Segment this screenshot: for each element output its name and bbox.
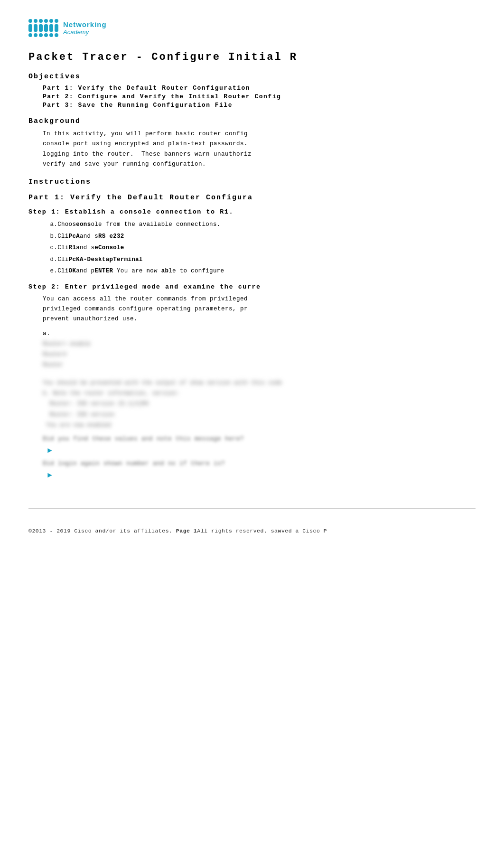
blurred-line-3: Router	[43, 360, 476, 370]
page-header: Networking Academy	[28, 19, 476, 37]
objectives-list: Part 1: Verify the Default Router Config…	[28, 84, 476, 109]
logo-dot	[44, 19, 48, 23]
blurred-line-4: You should be presented with the output …	[43, 378, 476, 388]
objective-item-2: Part 2: Configure and Verify the Initial…	[43, 93, 476, 100]
cisco-logo: Networking Academy	[28, 19, 107, 37]
step2-content: a. Router> enable Router# Router You sho…	[28, 329, 476, 480]
logo-dot	[55, 33, 58, 37]
background-text: In this activity, you will perform basic…	[28, 129, 476, 169]
step1-item-b: b.CliPcAand sRS e232	[43, 231, 476, 242]
objective-item-1: Part 1: Verify the Default Router Config…	[43, 84, 476, 92]
cisco-dot-logo	[28, 19, 58, 37]
step2-question-1: Did you find these values and note this …	[43, 434, 476, 444]
step2-blurred-block: Router> enable Router# Router You should…	[43, 339, 476, 430]
step1-item-a: a.Chooseonsole from the available connec…	[43, 219, 476, 230]
logo-bar	[49, 24, 53, 32]
arrow-icon-2: ►	[47, 471, 52, 480]
background-heading: Background	[28, 117, 476, 125]
logo-dot	[39, 33, 43, 37]
step2-arrow-2: ►	[47, 471, 476, 480]
step2-arrow-1: ►	[47, 447, 476, 455]
logo-dot-row-1	[28, 19, 58, 23]
page-title: Packet Tracer - Configure Initial R	[28, 51, 476, 63]
logo-dot	[44, 33, 48, 37]
logo-dot	[28, 33, 32, 37]
step2-heading: Step 2: Enter privileged mode and examin…	[28, 283, 476, 290]
footer: ©2013 - 2019 Cisco and/or its affiliates…	[28, 508, 476, 534]
objective-item-3: Part 3: Save the Running Configuration F…	[43, 102, 476, 109]
cisco-brand-text: Networking Academy	[63, 20, 107, 36]
footer-copyright: ©2013 - 2019 Cisco and/or its affiliates…	[28, 528, 172, 534]
instructions-heading: Instructions	[28, 178, 476, 186]
blurred-line-5: b. Note the router information, version:	[43, 389, 476, 398]
step1-heading: Step 1: Establish a console connection t…	[28, 208, 476, 215]
step1-item-e: e.CliOKand pENTER You are now able to co…	[43, 266, 476, 277]
step2-question-2-block: Did login again shown number and no if t…	[43, 459, 476, 480]
objectives-heading: Objectives	[28, 73, 476, 81]
blurred-line-7: Router: IOS version	[43, 410, 476, 420]
blurred-line-1: Router> enable	[43, 339, 476, 349]
logo-dot	[34, 19, 37, 23]
cisco-name: Networking	[63, 20, 107, 28]
logo-bar	[55, 24, 58, 32]
footer-ci: Ci	[302, 528, 309, 534]
logo-dot-row-2	[28, 24, 58, 32]
logo-dot	[34, 33, 37, 37]
academy-name: Academy	[63, 28, 107, 36]
footer-page: Page 1	[176, 528, 197, 534]
logo-bar	[34, 24, 37, 32]
step1-items: a.Chooseonsole from the available connec…	[28, 219, 476, 277]
logo-bar	[39, 24, 43, 32]
step1-item-d: d.CliPcKA-DesktapTerminal	[43, 254, 476, 265]
logo-dot	[49, 33, 53, 37]
logo-dot	[49, 19, 53, 23]
logo-dot	[55, 19, 58, 23]
footer-content: ©2013 - 2019 Cisco and/or its affiliates…	[28, 528, 476, 534]
blurred-line-8: You are now enabled	[43, 420, 476, 430]
arrow-icon-1: ►	[47, 447, 52, 455]
logo-bar	[44, 24, 48, 32]
logo-dot	[28, 19, 32, 23]
logo-bar	[28, 24, 32, 32]
step2-question-2: Did login again shown number and no if t…	[43, 459, 476, 469]
step2-intro: You can access all the router commands f…	[28, 294, 476, 325]
footer-rights: All rights reserved.	[197, 528, 267, 534]
blurred-line-6: Router: IOS version 15.1(4)M4	[43, 399, 476, 409]
part1-heading: Part 1: Verify the Default Router Config…	[28, 194, 476, 202]
step1-item-c: c.CliR1and seConsole	[43, 243, 476, 253]
step2-a-label: a.	[43, 330, 50, 337]
logo-dot-row-3	[28, 33, 58, 37]
logo-dot	[39, 19, 43, 23]
footer-cisco-ref: sawved a Cisco P	[271, 528, 327, 534]
blurred-line-2: Router#	[43, 350, 476, 359]
step2-question-1-block: Did you find these values and note this …	[43, 434, 476, 455]
